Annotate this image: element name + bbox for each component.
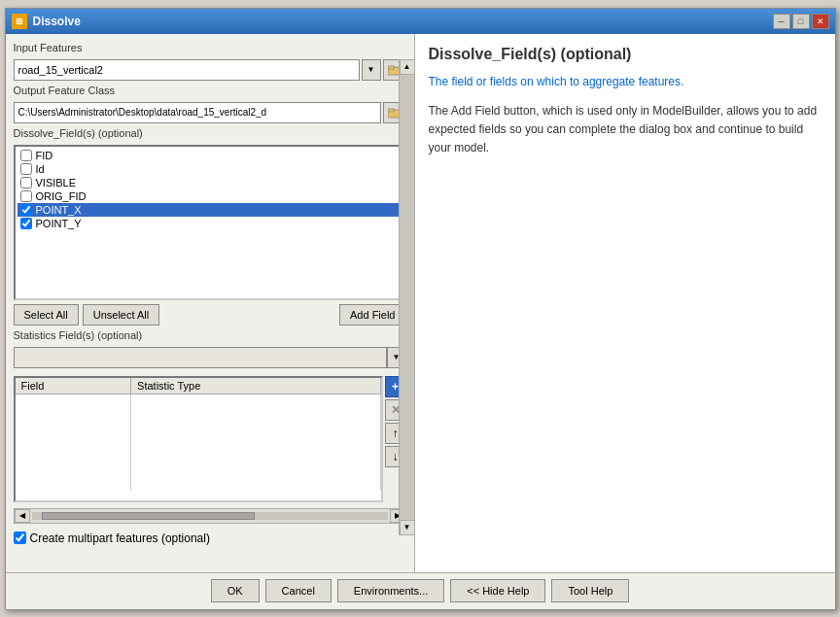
cancel-button[interactable]: Cancel — [265, 579, 332, 602]
right-panel: Dissolve_Field(s) (optional) The field o… — [414, 34, 835, 572]
field-visible-checkbox[interactable] — [20, 177, 32, 189]
footer: OK Cancel Environments... << Hide Help T… — [6, 572, 835, 609]
dissolve-buttons-row: Select All Unselect All Add Field — [14, 304, 406, 326]
left-panel: Input Features road_15_vertical2 ▼ Outpu… — [6, 34, 414, 572]
vscroll-down-button[interactable]: ▼ — [400, 520, 415, 535]
dissolve-fields-list[interactable]: FID Id VISIBLE ORIG_FID POINT_X — [14, 145, 406, 300]
environments-button[interactable]: Environments... — [337, 579, 444, 602]
output-feature-class-field: C:\Users\Administrator\Desktop\data\road… — [14, 102, 381, 123]
dissolve-fields-label: Dissolve_Field(s) (optional) — [14, 127, 406, 139]
svg-rect-1 — [388, 66, 394, 69]
unselect-all-button[interactable]: Unselect All — [83, 304, 159, 326]
add-field-button[interactable]: Add Field — [339, 304, 405, 326]
field-orig-fid-label: ORIG_FID — [36, 190, 87, 202]
title-controls: ─ □ ✕ — [773, 14, 829, 29]
field-id[interactable]: Id — [18, 162, 402, 176]
statistic-type-column-header: Statistic Type — [131, 378, 380, 394]
title-bar: ⊞ Dissolve ─ □ ✕ — [6, 9, 835, 34]
stats-table-wrapper: Field Statistic Type — [14, 376, 406, 502]
stats-dropdown[interactable] — [14, 347, 387, 368]
field-visible[interactable]: VISIBLE — [18, 176, 402, 189]
stats-row-5[interactable] — [16, 471, 381, 491]
field-point-y-label: POINT_Y — [36, 218, 82, 229]
hide-help-button[interactable]: << Hide Help — [450, 579, 545, 602]
title-bar-left: ⊞ Dissolve — [12, 14, 81, 29]
input-features-row: road_15_vertical2 ▼ — [14, 59, 406, 81]
output-feature-class-row: C:\Users\Administrator\Desktop\data\road… — [14, 102, 406, 123]
field-fid-checkbox[interactable] — [20, 150, 32, 161]
main-window: ⊞ Dissolve ─ □ ✕ Input Features road_15_… — [5, 8, 836, 610]
help-body: The Add Field button, which is used only… — [429, 102, 822, 158]
help-highlight: The field or fields on which to aggregat… — [429, 73, 822, 90]
close-button[interactable]: ✕ — [812, 14, 829, 29]
multipart-label: Create multipart features (optional) — [30, 531, 210, 545]
input-features-dropdown[interactable]: ▼ — [362, 59, 381, 81]
field-visible-label: VISIBLE — [36, 177, 77, 189]
stats-dropdown-row: ▼ — [14, 347, 406, 368]
scroll-track[interactable] — [32, 512, 388, 520]
field-point-x-checkbox[interactable] — [20, 204, 32, 216]
tool-help-button[interactable]: Tool Help — [551, 579, 629, 602]
vscroll-up-button[interactable]: ▲ — [400, 59, 415, 75]
multipart-row: Create multipart features (optional) — [14, 531, 406, 545]
ok-button[interactable]: OK — [211, 579, 260, 602]
main-content: Input Features road_15_vertical2 ▼ Outpu… — [6, 34, 835, 572]
select-all-button[interactable]: Select All — [14, 304, 79, 326]
app-icon: ⊞ — [12, 14, 27, 29]
minimize-button[interactable]: ─ — [773, 14, 790, 29]
statistics-fields-label: Statistics Field(s) (optional) — [14, 329, 406, 341]
field-column-header: Field — [16, 378, 131, 394]
field-id-label: Id — [36, 163, 45, 175]
scroll-left-button[interactable]: ◀ — [15, 509, 30, 523]
svg-rect-3 — [388, 109, 394, 112]
field-fid-label: FID — [36, 150, 53, 161]
multipart-checkbox[interactable] — [14, 531, 26, 544]
stats-row-1[interactable] — [16, 394, 381, 413]
horizontal-scrollbar[interactable]: ◀ ▶ — [14, 508, 406, 524]
scroll-thumb[interactable] — [42, 512, 256, 520]
left-panel-scrollbar[interactable]: ▲ ▼ — [399, 59, 414, 535]
field-point-x-label: POINT_X — [36, 204, 82, 216]
window-title: Dissolve — [33, 15, 81, 28]
help-title: Dissolve_Field(s) (optional) — [429, 46, 822, 63]
stats-row-3[interactable] — [16, 432, 381, 452]
stats-row-2[interactable] — [16, 413, 381, 432]
field-id-checkbox[interactable] — [20, 163, 32, 175]
input-features-field: road_15_vertical2 — [14, 59, 360, 81]
input-features-label: Input Features — [14, 42, 406, 53]
stats-row-4[interactable] — [16, 452, 381, 471]
field-point-y[interactable]: POINT_Y — [18, 217, 402, 230]
stats-table: Field Statistic Type — [14, 376, 383, 502]
vscroll-track — [400, 75, 414, 520]
maximize-button[interactable]: □ — [792, 14, 810, 29]
field-orig-fid[interactable]: ORIG_FID — [18, 189, 402, 203]
field-point-y-checkbox[interactable] — [20, 218, 32, 229]
output-feature-class-label: Output Feature Class — [14, 85, 406, 96]
field-orig-fid-checkbox[interactable] — [20, 190, 32, 202]
field-fid[interactable]: FID — [18, 149, 402, 162]
field-point-x[interactable]: POINT_X — [18, 203, 402, 217]
